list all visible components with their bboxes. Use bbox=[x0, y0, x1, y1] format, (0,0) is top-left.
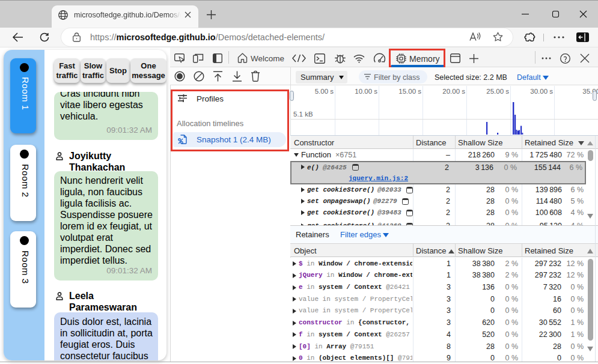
svg-text:5.1 kB: 5.1 kB bbox=[293, 111, 313, 118]
svg-text:5.00 s: 5.00 s bbox=[315, 88, 334, 95]
svg-text:15.00 s: 15.00 s bbox=[398, 88, 421, 95]
svg-text:20.00 s: 20.00 s bbox=[442, 88, 465, 95]
svg-text:25.00 s: 25.00 s bbox=[486, 88, 509, 95]
svg-text:10.00 s: 10.00 s bbox=[355, 88, 377, 95]
svg-text:30.00 s: 30.00 s bbox=[530, 88, 553, 95]
